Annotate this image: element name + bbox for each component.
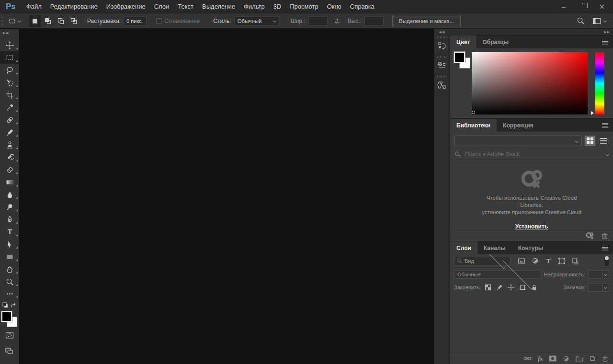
toolbar-collapse-arrows[interactable]: ▶▶ (0, 29, 19, 39)
expand-dock-arrows[interactable]: ◀◀ (434, 29, 450, 35)
menu-filter[interactable]: Фильтр (239, 3, 269, 10)
layer-style-button[interactable]: fx (538, 356, 543, 362)
zoom-tool[interactable] (0, 275, 19, 288)
link-layers-icon[interactable] (523, 355, 532, 362)
quick-mask-button[interactable] (0, 330, 19, 341)
new-group-icon[interactable] (576, 355, 583, 362)
search-icon[interactable] (577, 17, 585, 25)
install-link[interactable]: Установить (515, 223, 548, 230)
add-to-selection-button[interactable] (42, 15, 54, 27)
path-selection-tool[interactable] (0, 238, 19, 250)
canvas-area[interactable] (19, 29, 434, 364)
restore-button[interactable] (577, 2, 589, 11)
adjustment-layer-icon[interactable] (563, 355, 569, 362)
hand-tool[interactable] (0, 263, 19, 275)
options-bar-grip[interactable] (2, 16, 3, 26)
opacity-input[interactable] (588, 270, 602, 279)
filter-pixel-layers-icon[interactable] (518, 257, 525, 265)
history-panel-button[interactable] (434, 35, 450, 55)
swap-colors-icon[interactable] (10, 302, 17, 308)
tab-channels[interactable]: Каналы (477, 241, 512, 254)
fill-dropdown[interactable] (602, 283, 609, 292)
foreground-color-swatch[interactable] (1, 311, 12, 322)
filter-shape-layers-icon[interactable] (558, 257, 566, 265)
menu-image[interactable]: Изображение (102, 3, 150, 10)
properties-panel-button[interactable] (434, 55, 450, 74)
tab-layers[interactable]: Слои (450, 241, 477, 254)
lock-position-icon[interactable] (508, 284, 514, 291)
menu-help[interactable]: Справка (346, 3, 379, 10)
filter-smart-objects-icon[interactable] (572, 257, 579, 265)
filter-toggle-switch[interactable] (604, 256, 609, 266)
saturation-brightness-field[interactable] (472, 52, 588, 114)
stock-search-input[interactable] (465, 151, 602, 158)
rectangular-marquee-tool[interactable] (0, 51, 19, 64)
opacity-dropdown[interactable] (602, 270, 609, 279)
close-button[interactable] (596, 2, 608, 11)
quick-selection-tool[interactable] (0, 76, 19, 89)
foreground-color-swatch[interactable] (454, 52, 465, 63)
lasso-tool[interactable] (0, 64, 19, 76)
layers-list[interactable] (450, 294, 613, 353)
menu-file[interactable]: Файл (22, 3, 46, 10)
hue-slider-arrow[interactable] (591, 111, 594, 115)
clone-stamp-tool[interactable] (0, 138, 19, 151)
delete-layer-icon[interactable] (602, 355, 608, 362)
height-input[interactable] (364, 16, 384, 26)
history-brush-tool[interactable] (0, 151, 19, 163)
notes-panel-button[interactable] (434, 74, 450, 95)
filter-kind-select[interactable]: Вид (454, 257, 511, 265)
lock-image-icon[interactable] (496, 284, 503, 291)
lock-artboard-icon[interactable] (519, 284, 526, 291)
spot-healing-brush-tool[interactable] (0, 114, 19, 126)
screen-mode-button[interactable] (0, 345, 19, 356)
panel-menu-icon[interactable] (602, 39, 609, 45)
blur-tool[interactable] (0, 188, 19, 201)
menu-edit[interactable]: Редактирование (46, 3, 102, 10)
fill-input[interactable] (588, 283, 602, 292)
edit-toolbar-button[interactable] (0, 288, 19, 299)
filter-type-layers-icon[interactable]: T (545, 258, 552, 264)
menu-view[interactable]: Просмотр (285, 3, 322, 10)
select-and-mask-button[interactable]: Выделение и маска... (392, 16, 461, 26)
panel-menu-icon[interactable] (602, 245, 609, 250)
default-colors-icon[interactable] (2, 302, 9, 308)
cc-sync-disabled-icon[interactable] (585, 232, 595, 240)
tab-swatches[interactable]: Образцы (476, 35, 515, 48)
tab-color[interactable]: Цвет (450, 35, 476, 48)
menu-select[interactable]: Выделение (198, 3, 239, 10)
menu-layers[interactable]: Слои (150, 3, 174, 10)
trash-icon[interactable] (602, 232, 608, 239)
rectangle-tool[interactable] (0, 250, 19, 263)
width-input[interactable] (308, 16, 328, 26)
tab-paths[interactable]: Контуры (512, 241, 549, 254)
move-tool[interactable] (0, 39, 19, 51)
lock-transparency-icon[interactable] (485, 284, 491, 291)
dodge-tool[interactable] (0, 201, 19, 213)
pen-tool[interactable] (0, 213, 19, 226)
drag-grip[interactable] (437, 56, 447, 58)
blend-mode-select[interactable]: Обычные (454, 270, 541, 279)
new-selection-button[interactable] (29, 15, 41, 27)
subtract-from-selection-button[interactable] (55, 15, 67, 27)
drag-grip[interactable] (437, 36, 447, 38)
menu-window[interactable]: Окно (323, 3, 346, 10)
collapse-dock-arrows[interactable]: ▶▶ (450, 29, 613, 35)
add-mask-icon[interactable] (549, 355, 556, 362)
eraser-tool[interactable] (0, 163, 19, 176)
antialias-checkbox[interactable] (156, 18, 161, 23)
gradient-tool[interactable] (0, 176, 19, 188)
tool-preset-picker[interactable] (6, 17, 24, 25)
menu-3d[interactable]: 3D (269, 3, 286, 10)
eyedropper-tool[interactable] (0, 101, 19, 114)
color-picker-cursor[interactable] (472, 111, 475, 114)
brush-tool[interactable] (0, 126, 19, 138)
new-layer-icon[interactable] (590, 355, 596, 362)
type-tool[interactable]: T (0, 226, 19, 238)
list-view-button[interactable] (598, 136, 609, 146)
workspace-switcher[interactable] (592, 18, 606, 24)
crop-tool[interactable] (0, 89, 19, 101)
panel-menu-icon[interactable] (602, 123, 609, 128)
style-select[interactable]: Обычный (234, 16, 279, 26)
swap-dimensions-icon[interactable] (332, 18, 341, 24)
